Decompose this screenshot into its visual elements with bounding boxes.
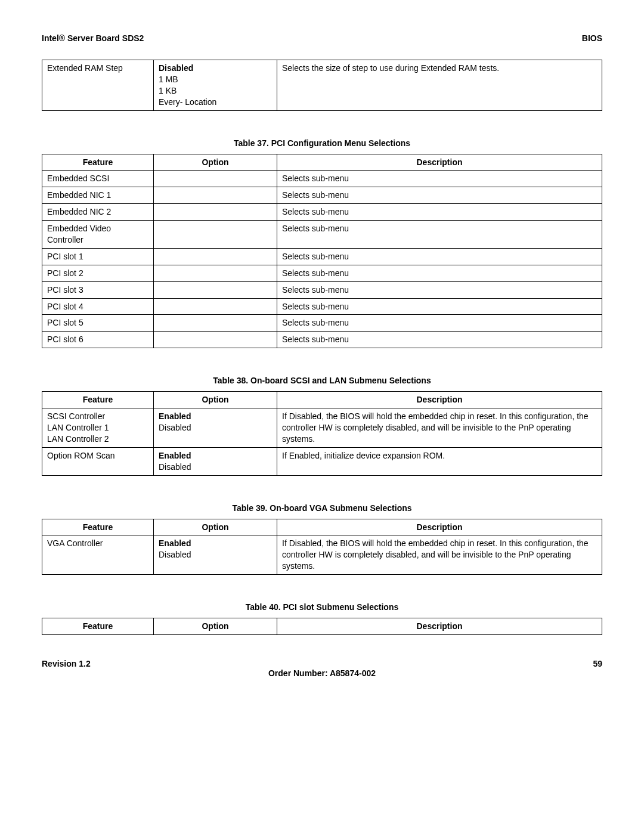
cell-feature: Embedded NIC 1	[42, 187, 154, 204]
table-row: PCI slot 6Selects sub-menu	[42, 332, 602, 348]
table-row: VGA Controller Enabled Disabled If Disab…	[42, 535, 602, 575]
col-header-description: Description	[277, 519, 602, 535]
table-row: SCSI Controller LAN Controller 1 LAN Con…	[42, 408, 602, 448]
cell-feature: PCI slot 6	[42, 332, 154, 348]
cell-feature: PCI slot 5	[42, 315, 154, 332]
cell-option: Enabled Disabled	[154, 535, 277, 575]
cell-option	[154, 315, 277, 332]
table-caption: Table 40. PCI slot Submenu Selections	[42, 602, 602, 612]
page-header: Intel® Server Board SDS2 BIOS	[42, 33, 602, 43]
feature-line: LAN Controller 2	[47, 433, 148, 445]
option-value: Disabled	[159, 549, 272, 561]
option-value: Disabled	[159, 422, 272, 433]
option-default: Enabled	[159, 411, 272, 422]
footer-order-number: Order Number: A85874-002	[42, 668, 602, 678]
col-header-feature: Feature	[42, 154, 154, 171]
cell-option: Enabled Disabled	[154, 408, 277, 448]
table-row: PCI slot 4Selects sub-menu	[42, 298, 602, 315]
cell-description: Selects sub-menu	[277, 315, 602, 332]
table-caption: Table 37. PCI Configuration Menu Selecti…	[42, 138, 602, 148]
table-row: Extended RAM Step Disabled 1 MB 1 KB Eve…	[42, 60, 602, 111]
table-header-row: Feature Option Description	[42, 154, 602, 171]
cell-description: Selects sub-menu	[277, 221, 602, 249]
table-row: PCI slot 3Selects sub-menu	[42, 281, 602, 298]
option-default: Enabled	[159, 450, 272, 462]
table-row: PCI slot 5Selects sub-menu	[42, 315, 602, 332]
cell-feature: Embedded SCSI	[42, 171, 154, 187]
cell-feature: PCI slot 3	[42, 281, 154, 298]
footer-revision: Revision 1.2	[42, 659, 91, 668]
table-header-row: Feature Option Description	[42, 392, 602, 408]
cell-description: Selects sub-menu	[277, 204, 602, 221]
cell-description: Selects sub-menu	[277, 265, 602, 281]
option-value: 1 KB	[159, 85, 272, 97]
cell-feature: PCI slot 2	[42, 265, 154, 281]
cell-feature: SCSI Controller LAN Controller 1 LAN Con…	[42, 408, 154, 448]
table-extended-ram: Extended RAM Step Disabled 1 MB 1 KB Eve…	[42, 60, 602, 111]
table-pci-slot: Feature Option Description	[42, 618, 602, 635]
table-row: PCI slot 2Selects sub-menu	[42, 265, 602, 281]
table-row: Embedded NIC 1Selects sub-menu	[42, 187, 602, 204]
col-header-option: Option	[154, 392, 277, 408]
table-pci-config: Feature Option Description Embedded SCSI…	[42, 154, 602, 349]
table-scsi-lan: Feature Option Description SCSI Controll…	[42, 391, 602, 475]
cell-description: Selects sub-menu	[277, 187, 602, 204]
table-row: Embedded NIC 2Selects sub-menu	[42, 204, 602, 221]
cell-option	[154, 187, 277, 204]
table-row: Embedded SCSISelects sub-menu	[42, 171, 602, 187]
col-header-option: Option	[154, 618, 277, 635]
cell-description: Selects the size of step to use during E…	[277, 60, 602, 111]
footer-page-number: 59	[593, 659, 602, 668]
cell-option	[154, 204, 277, 221]
cell-description: If Disabled, the BIOS will hold the embe…	[277, 535, 602, 575]
cell-option: Disabled 1 MB 1 KB Every- Location	[154, 60, 277, 111]
cell-option	[154, 221, 277, 249]
cell-option	[154, 332, 277, 348]
option-value: Disabled	[159, 462, 272, 473]
col-header-description: Description	[277, 392, 602, 408]
table-row: PCI slot 1Selects sub-menu	[42, 248, 602, 265]
col-header-feature: Feature	[42, 519, 154, 535]
cell-option: Enabled Disabled	[154, 447, 277, 475]
table-header-row: Feature Option Description	[42, 519, 602, 535]
cell-option	[154, 265, 277, 281]
cell-feature: PCI slot 4	[42, 298, 154, 315]
feature-line: LAN Controller 1	[47, 422, 148, 433]
cell-option	[154, 298, 277, 315]
cell-description: Selects sub-menu	[277, 281, 602, 298]
col-header-option: Option	[154, 519, 277, 535]
header-left: Intel® Server Board SDS2	[42, 33, 144, 43]
option-default: Disabled	[159, 63, 272, 74]
page-footer: Revision 1.2 59 Order Number: A85874-002	[42, 659, 602, 668]
cell-option	[154, 171, 277, 187]
col-header-description: Description	[277, 618, 602, 635]
option-value: 1 MB	[159, 74, 272, 85]
cell-description: If Enabled, initialize device expansion …	[277, 447, 602, 475]
table-row: Option ROM Scan Enabled Disabled If Enab…	[42, 447, 602, 475]
header-right: BIOS	[582, 33, 602, 43]
cell-feature: Embedded Video Controller	[42, 221, 154, 249]
option-default: Enabled	[159, 538, 272, 549]
table-vga: Feature Option Description VGA Controlle…	[42, 519, 602, 575]
table-caption: Table 38. On-board SCSI and LAN Submenu …	[42, 376, 602, 385]
feature-line: Option ROM Scan	[47, 450, 148, 462]
cell-description: Selects sub-menu	[277, 332, 602, 348]
col-header-option: Option	[154, 154, 277, 171]
col-header-description: Description	[277, 154, 602, 171]
cell-feature: Extended RAM Step	[42, 60, 154, 111]
cell-feature: Option ROM Scan	[42, 447, 154, 475]
cell-description: If Disabled, the BIOS will hold the embe…	[277, 408, 602, 448]
table-header-row: Feature Option Description	[42, 618, 602, 635]
cell-option	[154, 281, 277, 298]
table-row: Embedded Video ControllerSelects sub-men…	[42, 221, 602, 249]
option-value: Every- Location	[159, 97, 272, 108]
cell-option	[154, 248, 277, 265]
cell-feature: Embedded NIC 2	[42, 204, 154, 221]
cell-feature: PCI slot 1	[42, 248, 154, 265]
cell-description: Selects sub-menu	[277, 248, 602, 265]
col-header-feature: Feature	[42, 392, 154, 408]
table-caption: Table 39. On-board VGA Submenu Selection…	[42, 503, 602, 513]
feature-line: SCSI Controller	[47, 411, 148, 422]
cell-feature: VGA Controller	[42, 535, 154, 575]
cell-description: Selects sub-menu	[277, 171, 602, 187]
